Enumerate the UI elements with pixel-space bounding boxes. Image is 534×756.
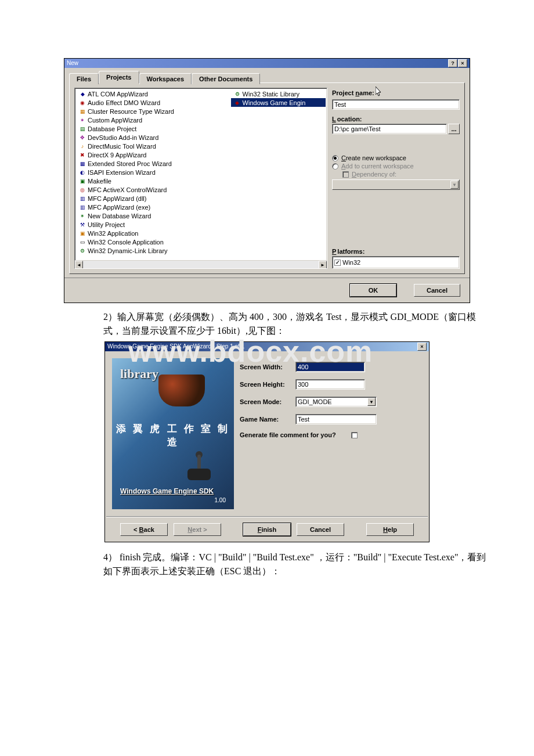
screen-width-input[interactable]: 400 bbox=[295, 362, 365, 372]
list-item-label: Win32 Console Application bbox=[88, 239, 164, 246]
list-item[interactable]: ⚙Win32 Dynamic-Link Library bbox=[76, 246, 231, 255]
projects-panel: ◆ATL COM AppWizard ◉Audio Effect DMO Wiz… bbox=[69, 82, 465, 274]
screen-mode-combo[interactable]: GDI_MODE ▼ bbox=[295, 397, 377, 407]
scroll-left-button[interactable]: ◄ bbox=[75, 261, 83, 269]
location-label: Location: bbox=[332, 116, 460, 123]
screen-height-input[interactable]: 300 bbox=[295, 379, 365, 390]
close-button[interactable]: × bbox=[417, 343, 427, 351]
titlebar[interactable]: New ? × bbox=[64, 59, 470, 68]
list-item[interactable]: ◆ATL COM AppWizard bbox=[76, 89, 231, 98]
list-item-label: New Database Wizard bbox=[88, 213, 151, 219]
tab-other-documents[interactable]: Other Documents bbox=[192, 73, 260, 84]
list-item-label: Win32 Application bbox=[88, 230, 138, 237]
tabs: Files Projects Workspaces Other Document… bbox=[69, 70, 465, 83]
wizard-graphic: library 添 翼 虎 工 作 室 制 造 Windows Game Eng… bbox=[112, 358, 234, 509]
titlebar[interactable]: Windows Game Engine SDK AppWizard - Step… bbox=[105, 342, 429, 351]
cancel-button[interactable]: Cancel bbox=[297, 523, 344, 536]
project-name-input[interactable]: Test bbox=[332, 99, 460, 110]
platforms-list[interactable]: ✓ Win32 bbox=[332, 256, 460, 269]
list-item[interactable]: ▭Win32 Console Application bbox=[76, 237, 231, 246]
studio-credit-text: 添 翼 虎 工 作 室 制 造 bbox=[112, 422, 234, 449]
horizontal-scrollbar[interactable]: ◄ ► bbox=[75, 260, 327, 268]
list-item[interactable]: ◉Audio Effect DMO Wizard bbox=[76, 98, 231, 107]
game-name-label: Game Name: bbox=[240, 416, 291, 423]
dependency-checkbox[interactable]: Dependency of: bbox=[332, 171, 460, 178]
list-item[interactable]: ⚙Win32 Static Library bbox=[231, 89, 326, 98]
checkbox-checked-icon: ✓ bbox=[334, 260, 341, 266]
browse-button[interactable]: ... bbox=[448, 124, 460, 134]
list-item-label: DirectX 9 AppWizard bbox=[88, 152, 146, 159]
list-item[interactable]: ♪DirectMusic Tool Wizard bbox=[76, 142, 231, 150]
list-item[interactable]: ▥MFC AppWizard (exe) bbox=[76, 203, 231, 211]
new-project-dialog: New ? × Files Projects Workspaces Other … bbox=[64, 58, 470, 303]
cancel-button[interactable]: Cancel bbox=[414, 284, 460, 297]
ok-button[interactable]: OK bbox=[350, 284, 396, 297]
list-item-label: DirectMusic Tool Wizard bbox=[88, 143, 156, 150]
close-button[interactable]: × bbox=[458, 59, 467, 67]
list-item[interactable]: ▣Makefile bbox=[76, 177, 231, 185]
list-item-label: Custom AppWizard bbox=[88, 117, 142, 124]
platforms-label: Platforms: bbox=[332, 248, 460, 255]
list-item[interactable]: ⚒Utility Project bbox=[76, 220, 231, 229]
list-item[interactable]: ▥MFC AppWizard (dll) bbox=[76, 194, 231, 203]
joystick-icon bbox=[187, 451, 211, 480]
chevron-down-icon: ▼ bbox=[367, 398, 376, 406]
list-item[interactable]: ◐ISAPI Extension Wizard bbox=[76, 168, 231, 177]
list-item[interactable]: ✶Custom AppWizard bbox=[76, 116, 231, 124]
platform-item: Win32 bbox=[342, 259, 360, 266]
list-item-label: ATL COM AppWizard bbox=[88, 91, 148, 98]
list-item-label: Extended Stored Proc Wizard bbox=[88, 160, 172, 167]
list-item-label: ISAPI Extension Wizard bbox=[88, 169, 156, 176]
wizard-buttons: < Back Next > Finish Cancel Help bbox=[105, 517, 429, 542]
list-item[interactable]: ▩Extended Stored Proc Wizard bbox=[76, 159, 231, 168]
wizard-step-dialog: www.bdocx.com Windows Game Engine SDK Ap… bbox=[104, 341, 430, 542]
list-item-label: DevStudio Add-in Wizard bbox=[88, 134, 158, 141]
location-input[interactable]: D:\pc game\Test bbox=[332, 124, 447, 134]
radio-icon bbox=[332, 163, 338, 170]
list-item[interactable]: ✖DirectX 9 AppWizard bbox=[76, 150, 231, 159]
help-button[interactable]: Help bbox=[366, 523, 414, 536]
add-to-workspace-radio[interactable]: Add to current workspace bbox=[332, 163, 460, 170]
list-item[interactable]: ✶New Database Wizard bbox=[76, 211, 231, 220]
checkbox-icon bbox=[342, 171, 349, 178]
screen-height-label: Screen Height: bbox=[240, 381, 291, 388]
list-item[interactable]: ▣Win32 Application bbox=[76, 229, 231, 237]
list-item-label: MFC AppWizard (dll) bbox=[88, 195, 146, 202]
project-type-list[interactable]: ◆ATL COM AppWizard ◉Audio Effect DMO Wiz… bbox=[74, 88, 327, 269]
scroll-right-button[interactable]: ► bbox=[319, 261, 327, 269]
coffee-cup-icon bbox=[158, 375, 205, 406]
list-item[interactable]: ✥DevStudio Add-in Wizard bbox=[76, 133, 231, 142]
list-item-label: Audio Effect DMO Wizard bbox=[88, 99, 160, 106]
cursor-icon bbox=[376, 87, 383, 97]
tab-files[interactable]: Files bbox=[69, 73, 99, 84]
tab-workspaces[interactable]: Workspaces bbox=[139, 73, 192, 84]
finish-button[interactable]: Finish bbox=[243, 523, 291, 536]
generate-comment-checkbox[interactable] bbox=[351, 432, 358, 438]
game-name-input[interactable]: Test bbox=[295, 414, 377, 424]
list-item-label: Win32 Static Library bbox=[243, 91, 300, 98]
list-item[interactable]: ▦Cluster Resource Type Wizard bbox=[76, 107, 231, 116]
list-item-label: Cluster Resource Type Wizard bbox=[88, 108, 174, 115]
dependency-combo[interactable]: ▼ bbox=[332, 179, 460, 190]
generate-comment-label: Generate file comment for you? bbox=[240, 431, 336, 438]
help-button[interactable]: ? bbox=[448, 59, 457, 67]
radio-icon bbox=[332, 155, 338, 161]
screen-mode-label: Screen Mode: bbox=[240, 398, 291, 405]
next-button[interactable]: Next > bbox=[174, 523, 221, 536]
tab-projects[interactable]: Projects bbox=[99, 71, 139, 84]
list-item-label: MFC ActiveX ControlWizard bbox=[88, 186, 167, 193]
dialog-buttons: OK Cancel bbox=[64, 278, 470, 303]
list-item-label: Makefile bbox=[88, 178, 111, 185]
list-item-label: Utility Project bbox=[88, 221, 125, 228]
list-item-selected[interactable]: ◆Windows Game Engin bbox=[231, 98, 326, 107]
list-item[interactable]: ◎MFC ActiveX ControlWizard bbox=[76, 185, 231, 194]
library-text: library bbox=[120, 366, 158, 381]
list-item-label: Win32 Dynamic-Link Library bbox=[88, 247, 168, 254]
project-settings-pane: Project name: Test Location: D:\pc game\… bbox=[332, 88, 460, 269]
back-button[interactable]: < Back bbox=[120, 523, 168, 536]
list-item-label: Database Project bbox=[88, 125, 136, 132]
create-workspace-radio[interactable]: Create new workspace bbox=[332, 154, 460, 161]
chevron-down-icon: ▼ bbox=[450, 181, 459, 189]
screen-width-label: Screen Width: bbox=[240, 363, 291, 370]
list-item[interactable]: ▤Database Project bbox=[76, 124, 231, 133]
